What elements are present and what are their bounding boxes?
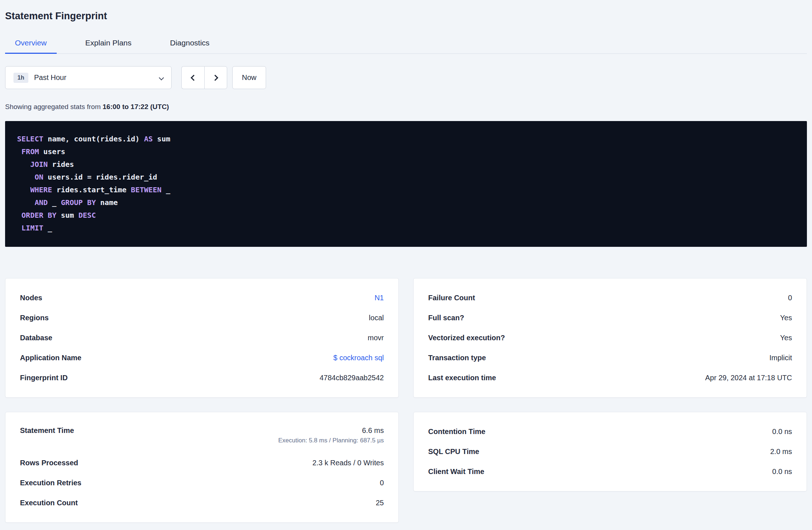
row-subvalue: Execution: 5.8 ms / Planning: 687.5 µs (278, 437, 384, 444)
sql-line: ON users.id = rides.rider_id (17, 171, 795, 184)
row-label: Full scan? (428, 314, 464, 322)
card-row: Failure Count0 (428, 288, 792, 308)
overview-left-card: NodesN1RegionslocalDatabasemovrApplicati… (5, 278, 399, 398)
row-label: Statement Time (20, 426, 74, 435)
card-row: Execution Retries0 (20, 473, 384, 493)
row-label: Fingerprint ID (20, 374, 68, 382)
previous-interval-button[interactable] (181, 66, 204, 89)
chevron-down-icon (160, 75, 163, 81)
card-row: Rows Processed2.3 k Reads / 0 Writes (20, 453, 384, 473)
next-interval-button[interactable] (204, 66, 227, 89)
row-value: 0 (380, 479, 384, 487)
statement-fingerprint-page: Statement Fingerprint OverviewExplain Pl… (0, 0, 812, 523)
time-range-badge: 1h (13, 73, 28, 83)
card-row: Transaction typeImplicit (428, 348, 792, 368)
row-label: Execution Retries (20, 479, 81, 487)
row-value: 25 (376, 499, 384, 507)
row-value: 0.0 ns (772, 467, 792, 476)
chevron-left-icon (191, 75, 197, 81)
sql-block: SELECT name, count(rides.id) AS sum FROM… (5, 121, 807, 247)
row-label: Application Name (20, 354, 81, 362)
row-value: 0.0 ns (772, 427, 792, 436)
row-value-link[interactable]: $ cockroach sql (333, 354, 384, 362)
card-row: Contention Time0.0 ns (428, 422, 792, 442)
card-row: SQL CPU Time2.0 ms (428, 442, 792, 462)
row-label: Client Wait Time (428, 467, 484, 476)
sql-line: WHERE rides.start_time BETWEEN _ (17, 184, 795, 196)
time-range-dropdown[interactable]: 1h Past Hour (5, 66, 172, 89)
sql-line: FROM users (17, 145, 795, 158)
row-label: Execution Count (20, 499, 78, 507)
page-title: Statement Fingerprint (5, 10, 807, 22)
row-label: SQL CPU Time (428, 447, 479, 456)
card-row: NodesN1 (20, 288, 384, 308)
row-label: Failure Count (428, 294, 475, 302)
card-row: Databasemovr (20, 328, 384, 348)
row-label: Transaction type (428, 354, 486, 362)
row-label: Last execution time (428, 374, 496, 382)
sql-line: LIMIT _ (17, 222, 795, 234)
row-value: 0 (788, 294, 792, 302)
aggregated-stats-line: Showing aggregated stats from 16:00 to 1… (5, 103, 807, 111)
row-label: Vectorized execution? (428, 334, 505, 342)
tab-overview[interactable]: Overview (5, 33, 57, 54)
timing-right-card: Contention Time0.0 nsSQL CPU Time2.0 msC… (413, 412, 807, 491)
sql-line: JOIN rides (17, 158, 795, 171)
card-row: Last execution timeApr 29, 2024 at 17:18… (428, 368, 792, 388)
timing-left-card: Statement Time6.6 msExecution: 5.8 ms / … (5, 412, 399, 523)
card-row: Statement Time6.6 msExecution: 5.8 ms / … (20, 422, 384, 453)
card-row: Vectorized execution?Yes (428, 328, 792, 348)
card-row: Fingerprint ID4784cb829aab2542 (20, 368, 384, 388)
sql-line: ORDER BY sum DESC (17, 209, 795, 222)
card-row: Execution Count25 (20, 493, 384, 513)
aggregated-stats-range: 16:00 to 17:22 (UTC) (102, 103, 169, 111)
row-value: 6.6 ms (278, 426, 384, 435)
row-value: Implicit (769, 354, 792, 362)
sql-line: AND _ GROUP BY name (17, 196, 795, 209)
row-label: Contention Time (428, 427, 485, 436)
summary-cards: NodesN1RegionslocalDatabasemovrApplicati… (5, 278, 807, 523)
row-value: 2.3 k Reads / 0 Writes (313, 459, 384, 467)
row-value: 2.0 ms (770, 447, 792, 456)
time-interval-arrows (181, 66, 227, 89)
row-value: Apr 29, 2024 at 17:18 UTC (705, 374, 792, 382)
row-label: Rows Processed (20, 459, 78, 467)
aggregated-stats-prefix: Showing aggregated stats from (5, 103, 102, 111)
card-row: Client Wait Time0.0 ns (428, 462, 792, 482)
sql-code: SELECT name, count(rides.id) AS sum FROM… (17, 133, 795, 234)
row-label: Regions (20, 314, 49, 322)
tab-diagnostics[interactable]: Diagnostics (160, 33, 220, 54)
tab-bar: OverviewExplain PlansDiagnostics (5, 33, 807, 54)
now-button[interactable]: Now (232, 66, 266, 89)
time-range-label: Past Hour (34, 73, 67, 82)
row-value: Yes (780, 334, 792, 342)
card-row: Application Name$ cockroach sql (20, 348, 384, 368)
sql-line: SELECT name, count(rides.id) AS sum (17, 133, 795, 145)
row-value: movr (368, 334, 384, 342)
row-value-link[interactable]: N1 (374, 294, 384, 302)
row-label: Nodes (20, 294, 42, 302)
tab-explain-plans[interactable]: Explain Plans (76, 33, 141, 54)
row-value: 4784cb829aab2542 (319, 374, 384, 382)
card-row: Regionslocal (20, 308, 384, 328)
chevron-right-icon (212, 75, 218, 81)
time-controls: 1h Past Hour Now (5, 66, 807, 89)
row-label: Database (20, 334, 52, 342)
card-row: Full scan?Yes (428, 308, 792, 328)
row-value: local (369, 314, 384, 322)
overview-right-card: Failure Count0Full scan?YesVectorized ex… (413, 278, 807, 398)
row-value: Yes (780, 314, 792, 322)
